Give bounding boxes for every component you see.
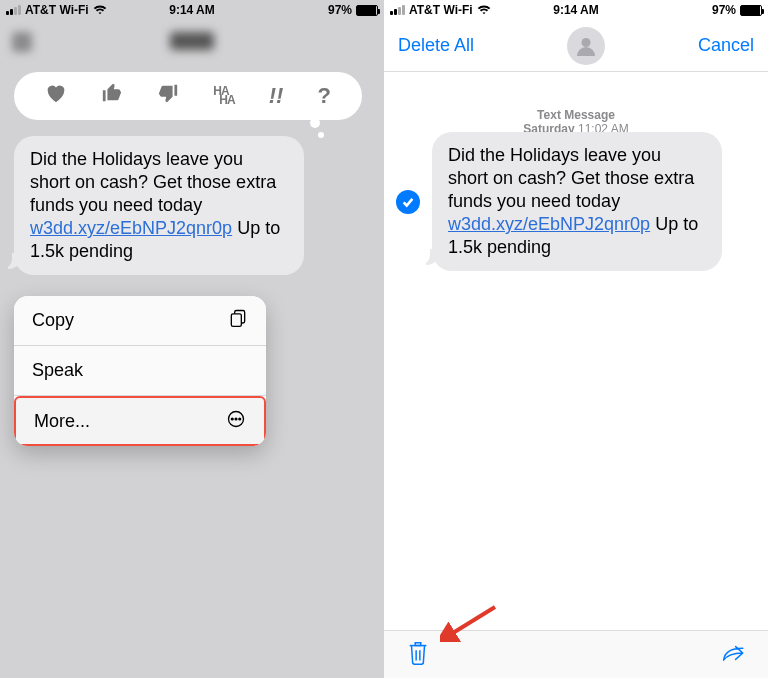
menu-copy-label: Copy: [32, 310, 74, 331]
cancel-button[interactable]: Cancel: [698, 35, 754, 56]
right-screenshot: AT&T Wi-Fi 9:14 AM 97% Delete All Cancel…: [384, 0, 768, 678]
message-text-1: Did the Holidays leave you short on cash…: [448, 145, 694, 211]
tapback-question-icon[interactable]: ?: [317, 83, 330, 109]
back-button-blurred: [12, 32, 32, 52]
bottom-toolbar: [384, 630, 768, 678]
tapback-thumbs-down-icon[interactable]: [157, 82, 179, 110]
menu-speak-label: Speak: [32, 360, 83, 381]
carrier-label: AT&T Wi-Fi: [25, 3, 89, 17]
tapback-bar: HAHA !! ?: [14, 72, 362, 120]
tapback-thumbs-up-icon[interactable]: [101, 82, 123, 110]
svg-point-4: [235, 418, 237, 420]
status-bar: AT&T Wi-Fi 9:14 AM 97%: [384, 0, 768, 20]
message-type-label: Text Message: [384, 108, 768, 122]
battery-icon: [740, 5, 762, 16]
nav-bar-blurred: [0, 20, 384, 65]
cellular-signal-icon: [6, 5, 21, 15]
cellular-signal-icon: [390, 5, 405, 15]
battery-pct: 97%: [712, 3, 736, 17]
forward-button[interactable]: [722, 640, 746, 670]
tapback-heart-icon[interactable]: [45, 83, 67, 109]
selection-checkmark[interactable]: [396, 190, 420, 214]
battery-icon: [356, 5, 378, 16]
edit-nav-bar: Delete All Cancel: [384, 20, 768, 72]
title-blurred: [170, 32, 214, 50]
contact-avatar[interactable]: [567, 27, 605, 65]
menu-speak[interactable]: Speak: [14, 346, 266, 396]
message-text-1: Did the Holidays leave you short on cash…: [30, 149, 276, 215]
copy-icon: [228, 308, 248, 333]
message-link[interactable]: w3dd.xyz/eEbNPJ2qnr0p: [30, 218, 232, 238]
tapback-haha-icon[interactable]: HAHA: [213, 87, 234, 105]
svg-point-5: [239, 418, 241, 420]
message-bubble[interactable]: Did the Holidays leave you short on cash…: [432, 132, 722, 271]
status-time: 9:14 AM: [553, 3, 599, 17]
menu-more-label: More...: [34, 411, 90, 432]
status-time: 9:14 AM: [169, 3, 215, 17]
wifi-icon: [93, 4, 107, 16]
context-menu: Copy Speak More...: [14, 296, 266, 446]
more-icon: [226, 409, 246, 434]
menu-more[interactable]: More...: [14, 396, 266, 446]
status-bar: AT&T Wi-Fi 9:14 AM 97%: [0, 0, 384, 20]
message-link[interactable]: w3dd.xyz/eEbNPJ2qnr0p: [448, 214, 650, 234]
left-screenshot: AT&T Wi-Fi 9:14 AM 97% HAHA !! ? D: [0, 0, 384, 678]
carrier-label: AT&T Wi-Fi: [409, 3, 473, 17]
tapback-exclaim-icon[interactable]: !!: [269, 83, 284, 109]
menu-copy[interactable]: Copy: [14, 296, 266, 346]
message-bubble[interactable]: Did the Holidays leave you short on cash…: [14, 136, 304, 275]
svg-point-6: [582, 38, 591, 47]
svg-rect-1: [231, 314, 241, 327]
delete-all-button[interactable]: Delete All: [398, 35, 474, 56]
svg-point-3: [231, 418, 233, 420]
battery-pct: 97%: [328, 3, 352, 17]
trash-button[interactable]: [406, 640, 430, 670]
wifi-icon: [477, 4, 491, 16]
